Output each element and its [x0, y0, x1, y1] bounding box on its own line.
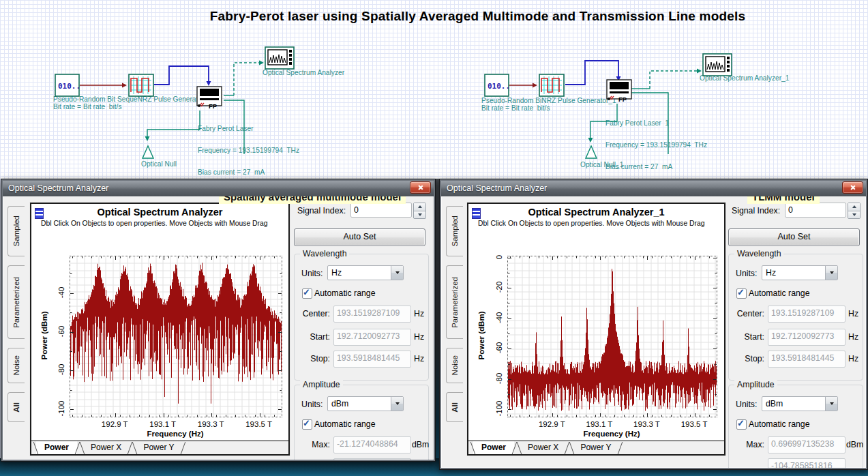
- amplitude-auto-range-checkbox[interactable]: [736, 419, 747, 430]
- window-titlebar[interactable]: Optical Spectrum Analyzer: [3, 181, 434, 196]
- plot-page-tabs: Power Power X Power Y: [31, 441, 288, 454]
- x-tick-label: 193.1 T: [586, 420, 613, 428]
- spinner-down-icon[interactable]: [414, 211, 425, 219]
- chevron-down-icon[interactable]: [825, 266, 837, 280]
- wavelength-units-select[interactable]: Hz: [327, 265, 404, 280]
- x-tick-label: 193.5 T: [681, 420, 708, 428]
- start-frequency-field[interactable]: 192.7120092773: [333, 329, 411, 346]
- min-amplitude-field[interactable]: -103.755937868: [333, 458, 411, 460]
- window-title: Optical Spectrum Analyzer: [447, 183, 547, 193]
- tab-noise[interactable]: Noise: [8, 348, 25, 383]
- y-axis-title: Power (dBm): [40, 312, 48, 360]
- close-icon: [850, 185, 856, 190]
- plot-heading: Optical Spectrum Analyzer_1: [468, 207, 724, 218]
- tab-parameterized[interactable]: Parameterized: [8, 265, 25, 339]
- amplitude-units-select[interactable]: dBm: [762, 396, 838, 411]
- auto-set-button[interactable]: Auto Set: [294, 228, 425, 246]
- signal-index-stepper[interactable]: [848, 203, 860, 219]
- x-tick-label: 193.3 T: [198, 420, 224, 428]
- x-tick-label: 193.1 T: [149, 420, 176, 428]
- max-amplitude-field[interactable]: -21.1274048864: [333, 436, 411, 453]
- amplitude-units-select[interactable]: dBm: [327, 396, 404, 411]
- optical-null-icon[interactable]: [583, 145, 599, 164]
- wavelength-auto-range-checkbox[interactable]: [736, 288, 747, 299]
- wavelength-units-select[interactable]: Hz: [762, 265, 838, 280]
- tab-power-x[interactable]: Power X: [83, 441, 130, 454]
- spectrum-plot-area[interactable]: [507, 256, 717, 417]
- close-button[interactable]: [410, 181, 431, 194]
- wavelength-group: Wavelength Units: Hz Automatic range Cen…: [294, 254, 429, 381]
- y-tick-label: -40: [57, 286, 65, 298]
- x-tick-label: 193.5 T: [245, 420, 272, 428]
- y-tick-label: -80: [495, 372, 503, 384]
- plot-instructions: Dbl Click On Objects to open properties.…: [478, 220, 723, 227]
- spinner-up-icon[interactable]: [848, 203, 860, 211]
- nrz-pulse-generator-icon[interactable]: [128, 74, 154, 100]
- window-title: Optical Spectrum Analyzer: [8, 183, 108, 193]
- signal-index-stepper[interactable]: [413, 203, 426, 219]
- x-tick-label: 193.3 T: [633, 420, 660, 428]
- plot-page-tabs: Power Power X Power Y: [468, 441, 724, 454]
- chevron-down-icon[interactable]: [391, 397, 403, 411]
- chevron-down-icon[interactable]: [391, 266, 403, 280]
- center-frequency-field[interactable]: 193.1519287109: [333, 306, 411, 323]
- signal-index-input[interactable]: 0: [350, 203, 412, 218]
- plot-heading: Optical Spectrum Analyzer: [31, 207, 288, 218]
- spectrum-plot-area[interactable]: [70, 256, 282, 417]
- prbs-generator-icon[interactable]: 010..: [484, 74, 509, 100]
- tab-noise[interactable]: Noise: [446, 348, 463, 383]
- annotation-badge: Spatially averaged multimode model: [219, 196, 406, 204]
- optical-null-icon[interactable]: [140, 145, 156, 164]
- fabry-perot-laser-icon[interactable]: FP: [196, 86, 222, 113]
- tab-power[interactable]: Power: [473, 441, 514, 454]
- plot-panel[interactable]: Optical Spectrum Analyzer_1 Dbl Click On…: [467, 203, 725, 456]
- window-titlebar[interactable]: Optical Spectrum Analyzer: [441, 181, 866, 196]
- start-frequency-field[interactable]: 192.7120092773: [768, 329, 845, 346]
- spectrum-canvas[interactable]: [70, 256, 282, 417]
- signal-index-input[interactable]: 0: [785, 203, 846, 218]
- tab-all[interactable]: All: [8, 392, 25, 422]
- min-amplitude-field[interactable]: -104.785851816: [768, 458, 845, 468]
- tab-sampled[interactable]: Sampled: [446, 206, 463, 256]
- stop-frequency-field[interactable]: 193.5918481445: [768, 351, 845, 368]
- tab-sampled[interactable]: Sampled: [8, 206, 25, 256]
- tab-all[interactable]: All: [446, 392, 463, 422]
- spinner-down-icon[interactable]: [848, 211, 860, 219]
- tab-parameterized[interactable]: Parameterized: [446, 265, 463, 339]
- y-tick-label: -20: [495, 282, 503, 293]
- tab-power[interactable]: Power: [36, 441, 77, 454]
- amplitude-group: Amplitude Units: dBm Automatic range Max…: [294, 385, 429, 460]
- auto-set-button[interactable]: Auto Set: [728, 228, 860, 246]
- nrz-pulse-generator-icon[interactable]: [539, 74, 565, 100]
- optical-spectrum-analyzer-icon[interactable]: [265, 46, 295, 72]
- chevron-down-icon[interactable]: [825, 397, 837, 411]
- signal-type-tabs: Sampled Parameterized Noise All: [446, 206, 463, 431]
- signal-index-label: Signal Index:: [297, 206, 346, 215]
- fp-glyph: FP: [209, 102, 218, 110]
- spinner-up-icon[interactable]: [414, 203, 425, 211]
- wavelength-auto-range-checkbox[interactable]: [302, 288, 312, 299]
- plot-panel[interactable]: Optical Spectrum Analyzer Dbl Click On O…: [30, 203, 290, 456]
- osa-controls: Signal Index: 0 Auto Set Wavelength Unit…: [726, 196, 866, 468]
- optical-spectrum-analyzer-icon[interactable]: [702, 53, 732, 79]
- optisystem-canvas: Fabry-Perot laser using Spatially Averag…: [0, 0, 868, 476]
- plot-instructions: Dbl Click On Objects to open properties.…: [41, 220, 288, 227]
- osa-controls: Signal Index: 0 Auto Set Wavelength Unit…: [292, 196, 433, 460]
- y-axis-title: Power (dBm): [477, 312, 485, 360]
- prbs-generator-icon[interactable]: 010..: [55, 74, 80, 100]
- amplitude-auto-range-checkbox[interactable]: [302, 419, 312, 430]
- close-button[interactable]: [842, 181, 863, 194]
- max-amplitude-field[interactable]: 0.696997135238: [768, 436, 845, 453]
- signal-index-label: Signal Index:: [732, 206, 780, 215]
- center-frequency-field[interactable]: 193.1519287109: [768, 306, 845, 323]
- amplitude-group: Amplitude Units: dBm Automatic range Max…: [728, 385, 863, 468]
- stop-frequency-field[interactable]: 193.5918481445: [333, 351, 411, 368]
- tab-power-y[interactable]: Power Y: [572, 441, 619, 454]
- fabry-perot-laser-icon[interactable]: FP: [606, 79, 632, 106]
- x-axis-title: Frequency (Hz): [147, 430, 203, 438]
- spectrum-canvas[interactable]: [508, 256, 717, 417]
- tab-power-y[interactable]: Power Y: [135, 441, 182, 454]
- osa-window-right: Optical Spectrum Analyzer TLMM model Sam…: [439, 179, 868, 470]
- tab-power-x[interactable]: Power X: [520, 441, 567, 454]
- y-tick-label: -80: [57, 364, 65, 376]
